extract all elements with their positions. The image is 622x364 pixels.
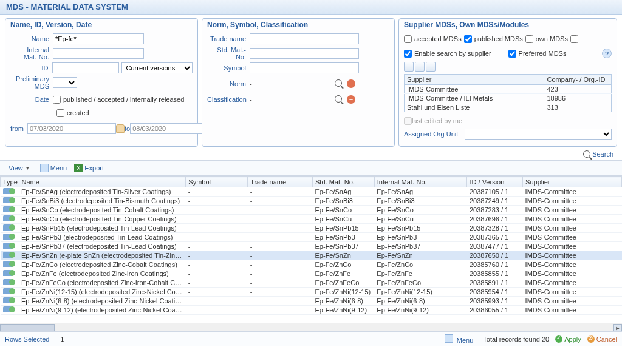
id-input[interactable]: [52, 62, 119, 73]
supplier-row[interactable]: Stahl und Eisen Liste313: [405, 103, 612, 112]
results-grid[interactable]: TypeNameSymbolTrade nameStd. Mat.-No.Int…: [0, 177, 622, 315]
type-cell: [1, 269, 19, 278]
last-edited-checkbox[interactable]: [404, 117, 412, 125]
classification-remove-icon[interactable]: −: [347, 95, 355, 104]
supplier-col-header[interactable]: Supplier: [405, 75, 545, 85]
table-row[interactable]: Ep-Fe/ZnCo (electrodeposited Zinc-Cobalt…: [1, 260, 622, 269]
std-matno-label: Std. Mat.-No.: [207, 46, 250, 61]
name-cell: Ep-Fe/SnCu (electrodeposited Tin-Copper …: [19, 215, 186, 224]
supplier-toolbar-icon[interactable]: [426, 62, 436, 72]
published-accepted-checkbox[interactable]: [53, 96, 61, 104]
cancel-icon: [587, 335, 595, 343]
internal-matno-cell: Ep-Fe/ZnNi(9-12): [374, 306, 467, 315]
std-matno-cell: Ep-Fe/SnBi3: [313, 197, 375, 206]
trade-name-cell: -: [248, 224, 313, 233]
grid-col-header[interactable]: Type: [1, 177, 19, 187]
norm-label: Norm: [207, 80, 250, 87]
accepted-mds-checkbox[interactable]: [404, 35, 412, 43]
type-cell: [1, 242, 19, 251]
status-menu-button[interactable]: Menu: [445, 334, 474, 344]
table-row[interactable]: Ep-Fe/SnCu (electrodeposited Tin-Copper …: [1, 215, 622, 224]
table-row[interactable]: Ep-Fe/ZnFeCo (electrodeposited Zinc-Iron…: [1, 278, 622, 288]
trade-name-cell: -: [248, 215, 313, 224]
scroll-right-icon[interactable]: ►: [613, 324, 622, 331]
supplier-cell: IMDS-Committee: [523, 187, 622, 197]
grid-col-header[interactable]: Symbol: [186, 177, 248, 187]
table-row[interactable]: Ep-Fe/SnBi3 (electrodeposited Tin-Bismut…: [1, 197, 622, 206]
classification-label: Classification: [207, 96, 250, 103]
std-matno-input[interactable]: [250, 48, 359, 59]
supplier-row[interactable]: IMDS-Committee423: [405, 85, 612, 94]
published-mds-checkbox[interactable]: [464, 35, 472, 43]
export-button[interactable]: XExport: [70, 163, 108, 174]
table-row[interactable]: Ep-Fe/ZnNi(6-8) (electrodeposited Zinc-N…: [1, 297, 622, 306]
menu-button[interactable]: Menu: [36, 163, 71, 174]
from-label: from: [10, 125, 27, 132]
version-select[interactable]: Current versions: [121, 62, 193, 73]
norm-search-icon[interactable]: [335, 79, 342, 88]
id-version-cell: 20387650 / 1: [467, 251, 523, 260]
assigned-org-unit-select[interactable]: [465, 129, 612, 140]
scroll-thumb[interactable]: [0, 324, 55, 331]
created-checkbox[interactable]: [56, 109, 64, 117]
preferred-mds-label: Preferred MDSs: [519, 50, 567, 57]
help-icon[interactable]: ?: [602, 49, 612, 58]
material-icon: [3, 215, 12, 221]
grid-col-header[interactable]: Std. Mat.-No.: [313, 177, 375, 187]
symbol-cell: -: [186, 233, 248, 242]
internal-matno-label: Internal Mat.-No.: [10, 46, 53, 61]
name-label: Name: [10, 35, 53, 42]
search-button[interactable]: Search: [592, 150, 613, 158]
type-cell: [1, 206, 19, 215]
supplier-cell: IMDS-Committee: [523, 242, 622, 251]
norm-remove-icon[interactable]: −: [347, 79, 355, 88]
table-row[interactable]: Ep-Fe/ZnNi(12-15) (electrodeposited Zinc…: [1, 288, 622, 297]
symbol-input[interactable]: [250, 62, 359, 73]
table-row[interactable]: Ep-Fe/SnCo (electrodeposited Tin-Cobalt …: [1, 206, 622, 215]
table-row[interactable]: Ep-Fe/SnPb3 (electrodeposited Tin-Lead C…: [1, 233, 622, 242]
internal-matno-cell: Ep-Fe/SnCo: [374, 206, 467, 215]
date-picker-icon[interactable]: [116, 124, 125, 133]
horizontal-scrollbar[interactable]: ◄ ►: [0, 323, 622, 331]
grid-col-header[interactable]: Internal Mat.-No.: [374, 177, 467, 187]
preliminary-mds-label: Preliminary MDS: [10, 75, 53, 90]
preferred-mds-checkbox[interactable]: [508, 50, 516, 58]
name-cell: Ep-Fe/SnCo (electrodeposited Tin-Cobalt …: [19, 206, 186, 215]
cancel-button[interactable]: Cancel: [587, 335, 617, 343]
apply-button[interactable]: Apply: [555, 335, 581, 343]
table-row[interactable]: Ep-Fe/ZnNi(9-12) (electrodeposited Zinc-…: [1, 306, 622, 315]
supplier-row[interactable]: IMDS-Committee / ILI Metals18986: [405, 94, 612, 103]
from-date-input[interactable]: [27, 123, 116, 134]
trade-name-input[interactable]: [250, 33, 359, 44]
company-org-col-header[interactable]: Company- / Org.-ID: [545, 75, 612, 85]
trade-name-cell: -: [248, 269, 313, 278]
supplier-toolbar-icon[interactable]: [415, 62, 425, 72]
name-cell: Ep-Fe/SnZn (e-plate SnZn (electrodeposit…: [19, 251, 186, 260]
preliminary-mds-select[interactable]: [53, 77, 77, 88]
name-input[interactable]: [53, 33, 144, 44]
internal-matno-input[interactable]: [53, 48, 144, 59]
grid-col-header[interactable]: ID / Version: [467, 177, 523, 187]
std-matno-cell: Ep-Fe/SnCu: [313, 215, 375, 224]
grid-col-header[interactable]: Name: [19, 177, 186, 187]
search-icon[interactable]: [583, 152, 590, 159]
table-row[interactable]: Ep-Fe/SnZn (e-plate SnZn (electrodeposit…: [1, 251, 622, 260]
trade-name-cell: -: [248, 233, 313, 242]
std-matno-cell: Ep-Fe/SnZn: [313, 251, 375, 260]
table-row[interactable]: Ep-Fe/SnPb15 (electrodeposited Tin-Lead …: [1, 224, 622, 233]
supplier-cell: IMDS-Committee: [523, 197, 622, 206]
panel-title: Norm, Symbol, Classification: [207, 21, 389, 29]
table-row[interactable]: Ep-Fe/SnAg (electrodeposited Tin-Silver …: [1, 187, 622, 197]
panel-title: Name, ID, Version, Date: [10, 21, 193, 29]
table-row[interactable]: Ep-Fe/ZnFe (electrodeposited Zinc-Iron C…: [1, 269, 622, 278]
grid-col-header[interactable]: Trade name: [248, 177, 313, 187]
table-row[interactable]: Ep-Fe/SnPb37 (electrodeposited Tin-Lead …: [1, 242, 622, 251]
classification-search-icon[interactable]: [335, 95, 342, 104]
name-cell: Ep-Fe/ZnFe (electrodeposited Zinc-Iron C…: [19, 269, 186, 278]
supplier-toolbar-icon[interactable]: [404, 62, 414, 72]
enable-search-supplier-checkbox[interactable]: [404, 50, 412, 58]
extra-checkbox[interactable]: [570, 35, 578, 43]
own-mds-checkbox[interactable]: [525, 35, 533, 43]
view-dropdown[interactable]: View▾: [5, 163, 33, 173]
grid-col-header[interactable]: Supplier: [523, 177, 622, 187]
